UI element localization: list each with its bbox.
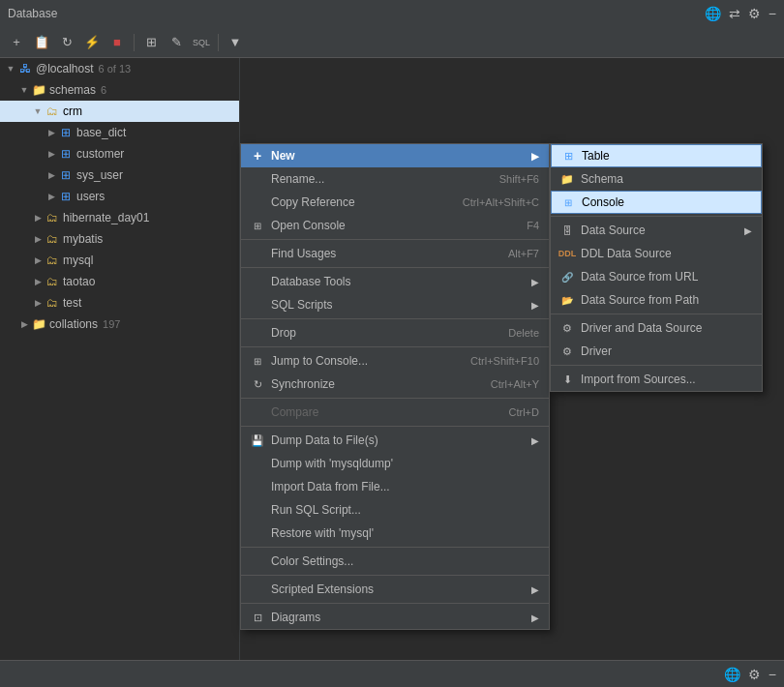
import-label: Import Data from File... [271, 480, 539, 493]
find-icon [249, 245, 266, 262]
bottom-gear-icon[interactable]: ⚙ [748, 667, 761, 682]
schema-icon-2: 🗂 [45, 210, 60, 225]
stop-btn[interactable]: ■ [106, 32, 128, 53]
submenu-import-sources[interactable]: ⬇ Import from Sources... [551, 368, 762, 391]
submenu-ds-url[interactable]: 🔗 Data Source from URL [551, 265, 762, 288]
filter-btn[interactable]: ▼ [225, 32, 246, 53]
ctx-color-settings[interactable]: Color Settings... [241, 550, 549, 573]
ds-url-label: Data Source from URL [581, 270, 752, 284]
tree-item-mybatis[interactable]: ▶ 🗂 mybatis [0, 228, 239, 250]
dump-mysql-icon [249, 455, 266, 472]
ctx-scripted[interactable]: Scripted Extensions ▶ [241, 578, 549, 601]
refresh-btn[interactable]: ↻ [56, 32, 77, 53]
submenu-ddl[interactable]: DDL DDL Data Source [551, 242, 762, 265]
ctx-synchronize[interactable]: ↻ Synchronize Ctrl+Alt+Y [241, 373, 549, 396]
tree-item-mysql[interactable]: ▶ 🗂 mysql [0, 250, 239, 271]
ctx-find-usages[interactable]: Find Usages Alt+F7 [241, 242, 549, 265]
title-text: Database [8, 7, 57, 20]
sql-btn[interactable]: SQL [191, 32, 212, 53]
split-icon[interactable]: ⇄ [729, 6, 740, 21]
flash-btn[interactable]: ⚡ [81, 32, 103, 53]
table-label: Table [582, 149, 751, 163]
jump-icon: ⊞ [249, 352, 266, 370]
grid-btn[interactable]: ⊞ [140, 32, 162, 53]
submenu-ds-path[interactable]: 📂 Data Source from Path [551, 288, 762, 312]
import-sources-icon: ⬇ [558, 371, 576, 388]
crm-label: crm [63, 105, 82, 118]
expand-arrow-sys: ▶ [45, 170, 58, 180]
ctx-drop[interactable]: Drop Delete [241, 321, 549, 344]
ctx-open-console[interactable]: ⊞ Open Console F4 [241, 214, 549, 237]
submenu-table[interactable]: ⊞ Table [551, 144, 762, 167]
sync-shortcut: Ctrl+Alt+Y [491, 378, 539, 390]
toolbar-sep-2 [218, 34, 219, 51]
db-tools-icon [249, 273, 266, 290]
tree-item-taotao[interactable]: ▶ 🗂 taotao [0, 271, 239, 292]
ctx-jump-console[interactable]: ⊞ Jump to Console... Ctrl+Shift+F10 [241, 349, 549, 373]
submenu-datasource[interactable]: 🗄 Data Source ▶ [551, 219, 762, 242]
rename-shortcut: Shift+F6 [499, 173, 539, 185]
schema-icon-6: 🗂 [45, 295, 60, 311]
console-icon: ⊞ [249, 217, 266, 234]
ctx-rename[interactable]: Rename... Shift+F6 [241, 167, 549, 191]
ctx-dump[interactable]: 💾 Dump Data to File(s) ▶ [241, 429, 549, 452]
ctx-run-sql[interactable]: Run SQL Script... [241, 498, 549, 522]
tree-item-test[interactable]: ▶ 🗂 test [0, 292, 239, 314]
ctx-new[interactable]: + New ▶ [241, 144, 549, 167]
title-bar: Database 🌐 ⇄ ⚙ − [0, 0, 784, 27]
scripted-arrow: ▶ [531, 584, 539, 595]
mysql-label: mysql [63, 254, 93, 267]
db-tools-label: Database Tools [271, 275, 528, 288]
minimize-icon[interactable]: − [769, 6, 776, 21]
add-btn[interactable]: + [6, 32, 27, 53]
settings-icon[interactable]: ⚙ [748, 6, 761, 21]
tree-item-customer[interactable]: ▶ ⊞ customer [0, 143, 239, 164]
tree-item-schemas[interactable]: ▼ 📁 schemas 6 [0, 79, 239, 101]
submenu-driver[interactable]: ⚙ Driver [551, 340, 762, 363]
test-label: test [63, 296, 81, 310]
tree-item-hibernate[interactable]: ▶ 🗂 hibernate_day01 [0, 207, 239, 228]
new-label: New [271, 149, 528, 163]
find-usages-label: Find Usages [271, 247, 489, 260]
ctx-import-file[interactable]: Import Data from File... [241, 475, 549, 498]
find-usages-shortcut: Alt+F7 [508, 248, 539, 259]
customer-label: customer [76, 147, 124, 161]
submenu-schema[interactable]: 📁 Schema [551, 167, 762, 191]
tree-item-users[interactable]: ▶ ⊞ users [0, 186, 239, 207]
sep2 [241, 267, 549, 268]
copy-btn[interactable]: 📋 [31, 32, 52, 53]
ctx-sql-scripts[interactable]: SQL Scripts ▶ [241, 293, 549, 316]
bottom-minus-icon[interactable]: − [769, 667, 776, 682]
run-sql-label: Run SQL Script... [271, 503, 539, 517]
tree-item-localhost[interactable]: ▼ 🖧 @localhost 6 of 13 [0, 58, 239, 79]
submenu-driver-ds[interactable]: ⚙ Driver and Data Source [551, 316, 762, 340]
dump-mysql-label: Dump with 'mysqldump' [271, 457, 539, 470]
ctx-diagrams[interactable]: ⊡ Diagrams ▶ [241, 606, 549, 629]
ctx-db-tools[interactable]: Database Tools ▶ [241, 270, 549, 293]
copy-ref-icon [249, 194, 266, 211]
edit-btn[interactable]: ✎ [166, 32, 187, 53]
new-sep2 [551, 314, 762, 314]
ctx-restore[interactable]: Restore with 'mysql' [241, 522, 549, 545]
tree-item-crm[interactable]: ▼ 🗂 crm [0, 101, 239, 122]
compare-label: Compare [271, 405, 490, 419]
tree-item-sysuser[interactable]: ▶ ⊞ sys_user [0, 164, 239, 186]
ctx-compare[interactable]: Compare Ctrl+D [241, 401, 549, 424]
bottom-globe-icon[interactable]: 🌐 [724, 667, 740, 682]
ctx-copy-ref[interactable]: Copy Reference Ctrl+Alt+Shift+C [241, 191, 549, 214]
ctx-dump-mysql[interactable]: Dump with 'mysqldump' [241, 452, 549, 475]
ds-path-label: Data Source from Path [581, 293, 752, 307]
new-icon: + [249, 147, 266, 164]
copy-ref-label: Copy Reference [271, 195, 443, 209]
driver-label: Driver [581, 344, 752, 358]
new-submenu[interactable]: ⊞ Table 📁 Schema ⊞ Console 🗄 Data Source… [550, 143, 763, 392]
tree-item-collations[interactable]: ▶ 📁 collations 197 [0, 314, 239, 335]
globe-icon[interactable]: 🌐 [705, 6, 721, 21]
jump-console-label: Jump to Console... [271, 354, 451, 368]
tree-item-base-dict[interactable]: ▶ ⊞ base_dict [0, 122, 239, 143]
context-menu[interactable]: + New ▶ Rename... Shift+F6 Copy Referenc… [240, 143, 550, 630]
schemas-badge: 6 [101, 84, 106, 96]
collations-badge: 197 [103, 318, 120, 330]
taotao-label: taotao [63, 275, 95, 288]
submenu-console[interactable]: ⊞ Console [551, 191, 762, 214]
